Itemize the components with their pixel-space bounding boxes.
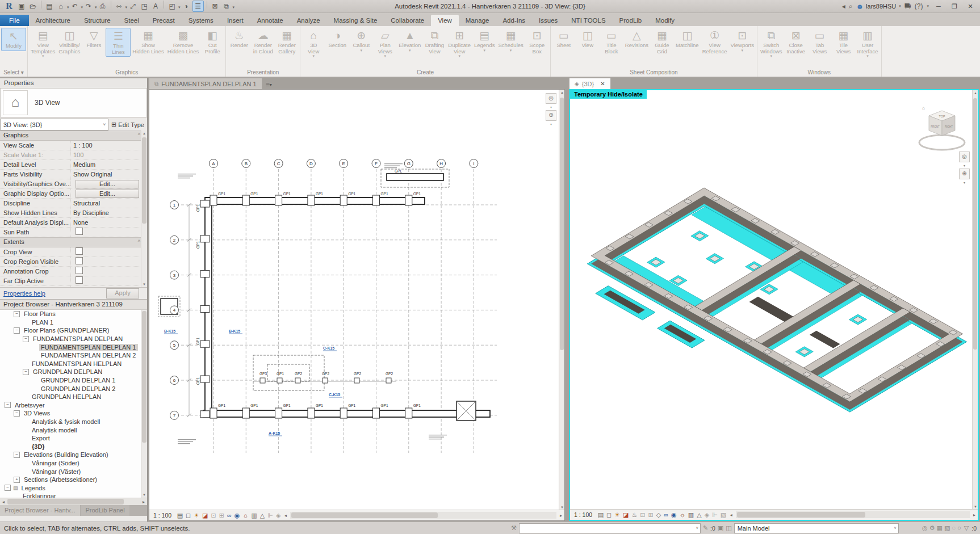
ribbon-tab-massing-site[interactable]: Massing & Site [327,15,384,26]
scroll-up-icon[interactable]: ▲ [559,90,565,95]
editable-only-icon[interactable]: ✎ [703,524,708,532]
collapse-icon[interactable]: − [5,402,11,408]
3d-vertical-scrollbar[interactable]: ▲ ▼ [972,90,978,510]
measure-icon[interactable]: ⇿ [114,1,124,11]
properties-header[interactable]: Properties [0,78,147,88]
qat-caret-icon[interactable]: ▾ [125,5,128,9]
apply-button[interactable]: Apply [106,288,139,298]
collapse-icon[interactable]: − [14,410,20,417]
ribbon-tab-issues[interactable]: Issues [532,15,564,26]
scroll-track[interactable] [7,499,140,504]
horizontal-scroll-track[interactable] [736,511,970,518]
guide-grid-button[interactable]: ▦Guide Grid [650,28,674,56]
worksharing-display-icon[interactable]: ◈ [276,512,280,519]
undo-icon[interactable]: ↶ [70,1,80,11]
ribbon-tab-view[interactable]: View [431,15,459,26]
back-icon[interactable]: ◂ [842,2,845,10]
revit-logo-icon[interactable]: R [2,1,16,11]
schedules-button[interactable]: ▦Schedules▾ [496,28,525,53]
matchline-button[interactable]: ◫Matchline [674,28,701,50]
switch-windows-icon[interactable]: ⧉ [221,1,232,11]
qat-caret-icon[interactable]: ▾ [81,5,83,9]
section-icon[interactable]: ◑ [181,1,191,11]
render-dialog-icon[interactable]: ♨ [631,511,637,519]
save-icon[interactable]: ▤ [44,1,55,11]
highlight-displacement-icon[interactable]: ◈ [705,511,709,519]
close-inactive-button[interactable]: ⊠Close Inactive [784,28,808,56]
filters-button[interactable]: ▽Filters [82,28,106,50]
tree-item-legends[interactable]: −▤Legends [0,483,147,492]
tree-item-floor-plans-grundplaner-[interactable]: −Floor Plans (GRUNDPLANER) [0,326,147,335]
visibility-graphics-button[interactable]: ◫Visibility/ Graphics [57,28,82,56]
temporary-hide-isolate-icon[interactable]: ∞ [664,511,668,518]
ribbon-tab-collaborate[interactable]: Collaborate [384,15,431,26]
ribbon-tab-systems[interactable]: Systems [182,15,220,26]
property-value[interactable]: By Discipline [70,208,147,217]
file-tab-icon[interactable]: ▣ [16,1,27,11]
property-value[interactable]: 100 [70,150,147,159]
sun-path-icon[interactable]: ☀ [614,511,620,519]
scroll-thumb[interactable] [973,98,977,350]
view-templates-button[interactable]: ▤View Templates▾ [29,28,57,59]
sync-icon[interactable]: ⌂ [56,1,66,11]
tab-project-browser[interactable]: Project Browser - Hantv... [0,505,80,516]
tab-prodlib-panel[interactable]: ProdLib Panel [81,505,129,516]
zoom-icon[interactable]: ⊕ [959,169,970,179]
filter-icon[interactable]: ▽ [964,524,969,532]
user-interface-button[interactable]: ▥User Interface▾ [856,28,880,59]
temporary-hide-isolate-badge[interactable]: Temporary Hide/Isolate [570,90,647,99]
property-value[interactable]: Show Original [70,170,147,179]
edit-button[interactable]: Edit... [76,190,139,198]
scope-box-button[interactable]: ⊡Scope Box [525,28,549,56]
3d-view-button[interactable]: ⌂3D View▾ [301,28,325,59]
zoom-icon[interactable]: ⊕ [546,110,556,121]
link-icon[interactable]: ◫ [726,524,731,532]
type-selector-box[interactable]: ⌂ 3D View [0,88,147,117]
tab-3d-view[interactable]: ◈ {3D} ✕ [569,78,611,89]
cut-profile-button[interactable]: ◧Cut Profile [200,28,224,56]
detail-level-icon[interactable]: ▤ [177,512,183,519]
ribbon-tab-modify[interactable]: Modify [648,15,681,26]
tag-icon[interactable]: ◳ [139,1,149,11]
remove-hidden-lines-button[interactable]: ▩Remove Hidden Lines [166,28,200,56]
app-store-cart-icon[interactable]: ⛟ [904,2,911,10]
ribbon-tab-file[interactable]: File [0,15,29,26]
tree-item-export[interactable]: Export [0,434,147,443]
show-hidden-lines-button[interactable]: ▦Show Hidden Lines [131,28,165,56]
thin-lines-icon[interactable]: ☰ [192,1,204,12]
tree-item-sections-arbetssektioner-[interactable]: +Sections (Arbetssektioner) [0,476,147,484]
minimize-button[interactable]: ─ [932,3,945,10]
plan-views-button[interactable]: ▱Plan Views▾ [373,28,397,59]
scroll-thumb[interactable] [737,512,866,518]
property-value[interactable]: None [70,218,147,227]
checkbox[interactable] [76,247,83,255]
qat-caret-icon[interactable]: ▾ [233,5,235,9]
elevation-button[interactable]: ▲Elevation▾ [397,28,422,53]
scroll-down-icon[interactable]: ▼ [141,492,147,498]
thin-lines-button[interactable]: ☰Thin Lines [106,28,131,57]
help-caret-icon[interactable]: ▾ [927,4,929,9]
checkbox[interactable] [76,267,83,274]
browser-horizontal-scrollbar[interactable]: ◂ ▸ [0,498,147,505]
text-icon[interactable]: A [150,1,161,11]
ribbon-tab-analyze[interactable]: Analyze [290,15,327,26]
3d-canvas[interactable]: TOPFRONTRIGHT⌂ [570,90,973,510]
properties-scrollbar[interactable]: ▲▼ [141,131,147,287]
ribbon-tab-steel[interactable]: Steel [118,15,146,26]
callout-button[interactable]: ⊕Callout▾ [349,28,373,53]
edit-type-button[interactable]: ⊞ Edit Type [108,121,147,128]
reveal-hidden-elements-icon[interactable]: ☼ [242,512,248,519]
tree-item-analytisk-fysisk-modell[interactable]: Analytisk & fysisk modell [0,418,147,426]
scroll-thumb[interactable] [560,98,564,350]
plan-vertical-scrollbar[interactable]: ▲ ▼ [559,90,564,510]
scroll-thumb[interactable] [291,512,438,518]
legends-button[interactable]: ▤Legends▾ [472,28,496,53]
tree-item-floor-plans[interactable]: −Floor Plans [0,310,147,318]
reveal-constraints-icon[interactable]: ⊩ [712,511,718,519]
qat-caret-icon[interactable]: ▾ [178,5,181,9]
tree-item-fundamentsplan-helplan[interactable]: FUNDAMENTSPLAN HELPLAN [0,360,147,368]
tree-item-grundplan-helplan[interactable]: GRUNDPLAN HELPLAN [0,393,147,401]
render-gallery-button[interactable]: ▦Render Gallery [275,28,299,56]
section-button[interactable]: ◑Section [325,28,349,50]
tab-fundamentsplan-delplan-1[interactable]: ⧉ FUNDAMENTSPLAN DELPLAN 1 [149,78,262,89]
